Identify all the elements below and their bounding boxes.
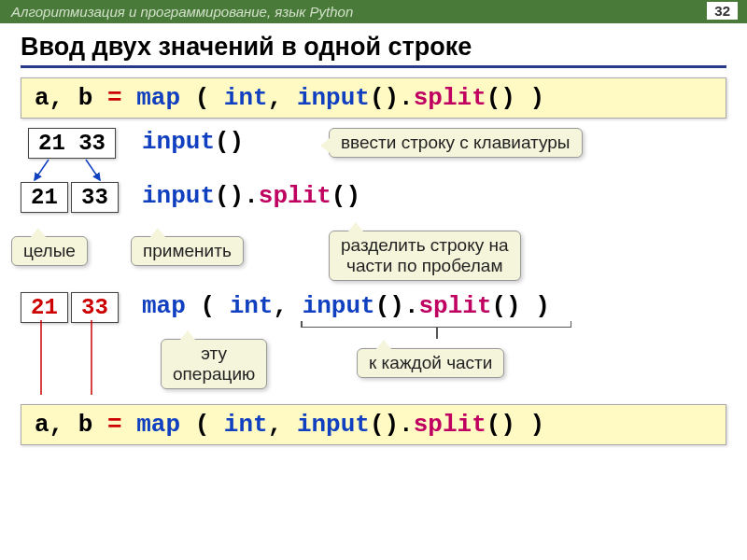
step2-mid: (). [215,182,259,210]
code2-eq: = [92,411,136,439]
step3-comma: , [273,292,302,320]
callout-input: ввести строку с клавиатуры [329,128,583,158]
split-a: 21 [31,185,58,210]
code2-comma: , [268,411,297,439]
int-box-b: 33 [71,292,119,323]
code2-map: map [136,411,180,439]
step3-open: ( [186,292,230,320]
code-box-2: a, b = map ( int, input().split() ) [21,404,726,445]
step1-input: input [142,128,215,156]
code2-ab: a, b [35,411,92,439]
raw-input-value: 21 33 [38,131,106,156]
int-box-a: 21 [21,292,68,323]
slide-title: Ввод двух значений в одной строке [21,33,726,68]
code2-par: (). [370,411,414,439]
svg-line-1 [86,160,100,180]
step3-input: input [303,292,375,320]
callout-apply-text: применить [143,241,232,260]
step2-split: split [259,182,331,210]
code2-split: split [414,411,486,439]
int-a: 21 [31,295,58,320]
code-close: () ) [486,84,544,112]
code-box-1: a, b = map ( int, input().split() ) [21,77,726,119]
split-b: 33 [81,185,108,210]
code-open: ( [180,84,224,112]
step3-map: map [142,292,186,320]
callout-int: целые [11,236,88,266]
code-par: (). [370,84,414,112]
header-bar: Алгоритмизация и программирование, язык … [0,0,747,23]
code2-int: int [224,411,268,439]
callout-apply: применить [131,236,244,266]
int-b: 33 [81,295,108,320]
step3-split: split [418,292,491,320]
slide-content: Ввод двух значений в одной строке a, b =… [0,23,747,445]
step2-suffix: () [331,182,360,210]
callout-int-text: целые [23,241,76,260]
step3-int: int [230,292,274,320]
callout-op: эту операцию [161,339,267,389]
code-int: int [224,84,268,112]
code2-open: ( [180,411,224,439]
callout-input-text: ввести строку с клавиатуры [341,133,571,152]
code-ab: a, b [35,84,92,112]
code-map: map [136,84,180,112]
callout-each: к каждой части [357,348,504,378]
split-box-b: 33 [71,182,119,213]
page-number: 32 [707,2,738,20]
code-comma: , [268,84,297,112]
step1-suffix: () [215,128,244,156]
code-eq: = [92,84,136,112]
step2-input: input [142,182,215,210]
code2-input: input [297,411,370,439]
callout-split: разделить строку на части по пробелам [329,231,521,281]
step3-mid: (). [375,292,419,320]
callout-each-text: к каждой части [369,353,492,372]
breadcrumb: Алгоритмизация и программирование, язык … [11,4,353,20]
bracket-stem [436,328,438,339]
step3-close: () ) [492,292,550,320]
callout-split-text: разделить строку на части по пробелам [341,235,509,275]
svg-line-0 [35,160,49,180]
callout-op-text: эту операцию [173,343,255,384]
split-box-a: 21 [21,182,68,213]
raw-input-box: 21 33 [28,128,116,159]
code-split: split [414,84,486,112]
code-input: input [297,84,370,112]
code2-close: () ) [486,411,544,439]
